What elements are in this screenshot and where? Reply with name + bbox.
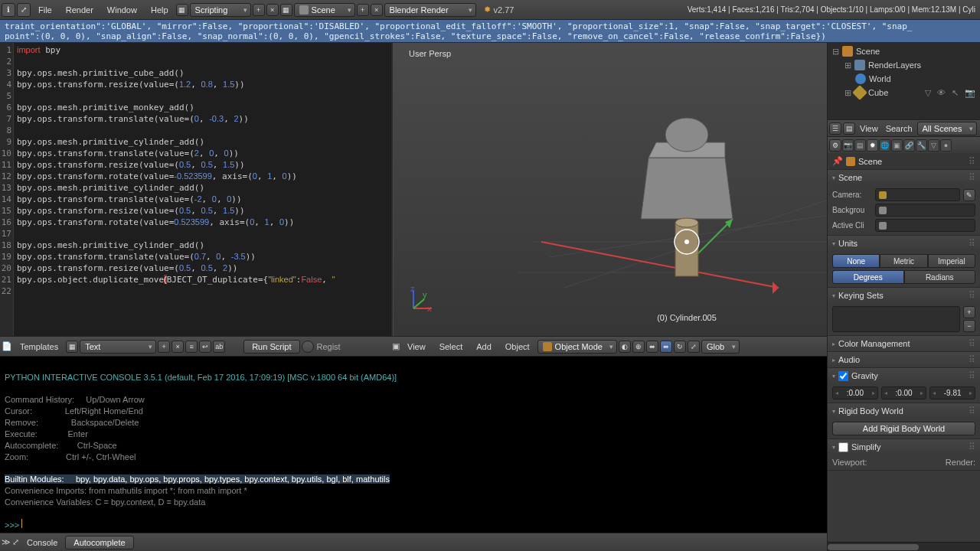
layout-grid-icon[interactable]: ▦ <box>176 4 188 16</box>
tab-material[interactable]: ● <box>940 139 952 152</box>
render-engine-dropdown[interactable]: Blender Render <box>384 3 476 17</box>
keying-add-button[interactable]: + <box>963 306 975 318</box>
autocomplete-button[interactable]: Autocomplete <box>65 536 133 549</box>
menu-file[interactable]: File <box>32 5 58 15</box>
syntax-highlight-toggle[interactable]: ab <box>213 341 225 353</box>
manipulator-scale[interactable]: ⤢ <box>688 341 700 353</box>
vp-add-menu[interactable]: Add <box>470 342 498 351</box>
scene-dropdown[interactable]: Scene <box>294 3 355 17</box>
tab-renderlayers[interactable]: ▤ <box>854 139 866 152</box>
scene-remove-button[interactable]: × <box>371 4 383 16</box>
menu-window[interactable]: Window <box>101 5 143 15</box>
code-area[interactable]: import bpy bpy.ops.mesh.primitive_cube_a… <box>14 43 390 336</box>
tab-world[interactable]: 🌐 <box>879 139 890 152</box>
panel-colormgmt-header[interactable]: Color Management⠿ <box>828 336 980 351</box>
text-browse-icon[interactable]: ▦ <box>66 341 78 353</box>
templates-menu[interactable]: Templates <box>14 342 64 351</box>
outliner-world[interactable]: World <box>869 74 891 83</box>
manipulator-translate[interactable]: ⬌ <box>660 341 672 353</box>
layout-remove-button[interactable]: × <box>266 4 279 16</box>
text-add-button[interactable]: + <box>158 341 170 353</box>
outliner-type-icon[interactable]: ☰ <box>829 122 841 135</box>
panel-gravity-header[interactable]: Gravity⠿ <box>828 368 980 383</box>
line-numbers-toggle[interactable]: ≡ <box>185 341 198 353</box>
outliner[interactable]: ⊟Scene ⊞RenderLayers World ⊞Cube▽👁↖📷 <box>828 43 980 119</box>
outliner-view-menu[interactable]: View <box>857 124 881 133</box>
console-expand-icon[interactable]: ⤢ <box>12 537 19 547</box>
panel-grip-icon[interactable]: ⠿ <box>969 156 975 167</box>
expand-icon[interactable]: ⤢ <box>17 3 31 17</box>
add-rigid-body-button[interactable]: Add Rigid Body World <box>832 422 975 435</box>
selectable-cursor-icon[interactable]: ↖ <box>952 88 959 98</box>
outliner-search-menu[interactable]: Search <box>883 124 916 133</box>
panel-simplify-header[interactable]: Simplify⠿ <box>828 439 980 455</box>
editor-type-icon[interactable]: ℹ <box>2 3 15 17</box>
vp-view-menu[interactable]: View <box>401 342 432 351</box>
outliner-cube[interactable]: Cube <box>868 88 888 97</box>
vp-select-menu[interactable]: Select <box>433 342 469 351</box>
orientation-dropdown[interactable]: Glob <box>701 340 740 354</box>
angle-radians-toggle[interactable]: Radians <box>904 270 976 284</box>
manipulator-rotate[interactable]: ↻ <box>674 341 686 353</box>
tab-data[interactable]: ▽ <box>928 139 939 152</box>
panel-audio-header[interactable]: Audio⠿ <box>828 352 980 367</box>
properties-type-icon[interactable]: ⚙ <box>829 139 841 152</box>
run-script-button[interactable]: Run Script <box>243 340 299 354</box>
active-clip-field[interactable] <box>875 219 975 232</box>
panel-rigid-header[interactable]: Rigid Body World⠿ <box>828 403 980 419</box>
console-menu[interactable]: Console <box>21 538 64 547</box>
simplify-checkbox[interactable] <box>838 442 848 452</box>
vp-object-menu[interactable]: Object <box>499 342 536 351</box>
gravity-z-field[interactable]: -9.81 <box>929 386 975 399</box>
panel-units-header[interactable]: Units⠿ <box>828 236 980 251</box>
editor-type-console-icon[interactable]: ≫ <box>2 537 11 547</box>
outliner-renderlayers[interactable]: RenderLayers <box>868 60 921 70</box>
gravity-x-field[interactable]: :0.00 <box>832 386 878 399</box>
gravity-y-field[interactable]: :0.00 <box>881 386 927 399</box>
tab-object[interactable]: ▣ <box>891 139 903 152</box>
plus-icon[interactable]: ⊞ <box>844 60 851 70</box>
panel-scene-header[interactable]: Scene⠿ <box>828 170 980 185</box>
manipulator-toggle[interactable]: ⬌ <box>646 341 658 353</box>
visibility-eye-icon[interactable]: 👁 <box>937 88 946 97</box>
minus-icon[interactable]: ⊟ <box>832 47 839 57</box>
text-unlink-button[interactable]: × <box>172 341 184 353</box>
outliner-scrollbar[interactable] <box>828 542 980 551</box>
tab-render[interactable]: 📷 <box>842 139 854 152</box>
layout-add-button[interactable]: + <box>253 4 265 16</box>
unit-metric-toggle[interactable]: Metric <box>880 254 927 268</box>
gravity-checkbox[interactable] <box>838 371 848 381</box>
renderable-camera-icon[interactable]: 📷 <box>965 88 975 98</box>
outliner-scene[interactable]: Scene <box>856 47 880 56</box>
python-console[interactable]: PYTHON INTERACTIVE CONSOLE 3.5.1 (defaul… <box>0 356 827 533</box>
word-wrap-toggle[interactable]: ↩ <box>199 341 211 353</box>
panel-keying-header[interactable]: Keying Sets⠿ <box>828 288 980 303</box>
editor-type-text-icon[interactable]: 📄 <box>2 341 12 351</box>
editor-type-3dview-icon[interactable]: ▣ <box>392 341 400 351</box>
shading-dropdown[interactable]: ◐ <box>619 341 631 353</box>
tab-scene[interactable]: ✹ <box>867 139 878 152</box>
angle-degrees-toggle[interactable]: Degrees <box>832 270 904 284</box>
keying-remove-button[interactable]: − <box>963 320 975 332</box>
register-toggle[interactable] <box>302 341 314 353</box>
camera-field[interactable] <box>875 188 960 201</box>
pin-icon[interactable]: 📌 <box>832 156 843 166</box>
unit-imperial-toggle[interactable]: Imperial <box>928 254 975 268</box>
outliner-display-dropdown[interactable]: All Scenes <box>917 122 977 135</box>
scene-add-button[interactable]: + <box>357 4 369 16</box>
unit-none-toggle[interactable]: None <box>832 254 880 268</box>
tab-modifiers[interactable]: 🔧 <box>916 139 927 152</box>
mesh-data-icon[interactable]: ▽ <box>925 88 931 98</box>
pivot-dropdown[interactable]: ⊕ <box>632 341 645 353</box>
tab-constraints[interactable]: 🔗 <box>903 139 915 152</box>
layout-dropdown[interactable]: Scripting <box>190 3 251 17</box>
camera-eyedropper-icon[interactable]: ✎ <box>963 189 975 201</box>
plus-icon[interactable]: ⊞ <box>844 88 851 98</box>
mode-dropdown[interactable]: Object Mode <box>537 340 617 354</box>
text-datablock-dropdown[interactable]: Text <box>80 340 156 354</box>
outliner-filter-icon[interactable]: ▤ <box>843 122 855 135</box>
background-field[interactable] <box>875 204 975 217</box>
menu-help[interactable]: Help <box>145 5 175 15</box>
menu-render[interactable]: Render <box>60 5 100 15</box>
scene-browse-icon[interactable]: ▦ <box>280 4 292 16</box>
